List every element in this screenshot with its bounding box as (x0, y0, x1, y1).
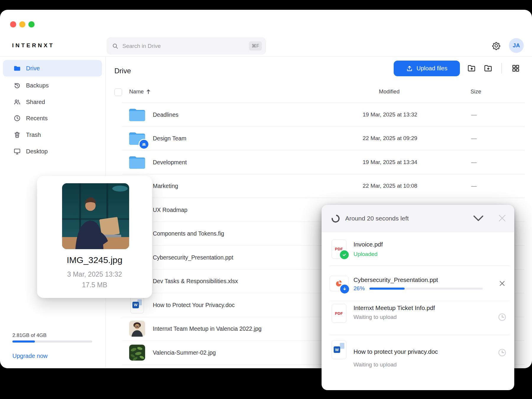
sort-up-icon (146, 89, 151, 94)
column-header-name[interactable]: Name (129, 88, 151, 95)
column-name-label: Name (129, 88, 144, 95)
storage-usage-label: 2.81GB of 4GB (12, 332, 46, 338)
file-size: — (471, 183, 477, 189)
collapse-panel-button[interactable] (473, 215, 484, 222)
file-name: How to Protect Your Privacy.doc (153, 301, 235, 308)
upload-files-button[interactable]: Upload files (394, 61, 460, 76)
column-modified-label: Modified (379, 88, 400, 95)
storage-progressbar (12, 340, 92, 343)
upload-icon (406, 65, 413, 72)
toolbar-separator (501, 63, 502, 74)
upload-progress-panel: Around 20 seconds left PDF Invoice.pdf U… (322, 205, 514, 390)
file-preview-card: IMG_3245.jpg 3 Mar, 2025 13:32 17.5 MB (37, 176, 152, 298)
people-icon (13, 98, 21, 106)
internxt-logo: INTERNXT (12, 42, 54, 49)
download-arrow-icon (339, 284, 350, 294)
sidebar-item-label: Trash (26, 132, 41, 138)
monitor-icon (13, 147, 21, 155)
folder-upload-icon (467, 64, 476, 73)
sidebar-item-drive[interactable]: Drive (3, 60, 102, 77)
sidebar-item-label: Desktop (26, 148, 48, 155)
upgrade-now-link[interactable]: Upgrade now (12, 353, 48, 359)
upload-item-percent: 26% (353, 285, 365, 292)
file-name: Components and Tokens.fig (153, 230, 224, 237)
select-all-checkbox[interactable] (114, 88, 122, 96)
close-icon (497, 213, 507, 223)
pdf-file-icon: PDF (332, 304, 346, 323)
folder-icon (129, 108, 145, 121)
file-name: Internxt Team Meetup in Valencia 2022.jp… (153, 325, 262, 332)
upload-item-name: How to protect your privacy.doc (353, 348, 438, 355)
new-folder-button[interactable] (483, 63, 493, 73)
sidebar-item-recents[interactable]: Recents (3, 110, 102, 126)
photo-thumbnail (129, 345, 145, 361)
grid-view-button[interactable] (511, 63, 521, 73)
user-avatar[interactable]: JA (509, 38, 524, 53)
table-row[interactable]: Design Team 22 Mar, 2025 at 09:29 — (122, 127, 525, 151)
upload-item-status: Uploaded (353, 251, 377, 257)
header-divider (0, 56, 532, 57)
search-input[interactable]: Search in Drive ⌘F (107, 38, 266, 54)
file-modified: 22 Mar, 2025 at 09:29 (363, 135, 417, 142)
sidebar-item-label: Shared (26, 99, 45, 106)
file-size: — (471, 135, 477, 142)
close-panel-button[interactable] (497, 213, 507, 223)
folder-icon (129, 156, 145, 169)
column-size-label: Size (471, 88, 481, 95)
screen: INTERNXT Search in Drive ⌘F JA Dr (0, 0, 532, 399)
upload-files-label: Upload files (416, 65, 447, 72)
word-doc-icon: W (129, 297, 145, 313)
upload-item-name: Invoice.pdf (353, 241, 383, 248)
settings-button[interactable] (492, 41, 501, 50)
waiting-clock-icon (497, 348, 507, 357)
close-icon (498, 280, 506, 287)
grid-view-icon (511, 64, 520, 73)
zoom-window-button[interactable] (28, 21, 35, 27)
panel-divider (330, 265, 510, 266)
upload-item-name: Cybersecurity_Presentation.ppt (353, 276, 438, 283)
folder-icon (13, 64, 21, 72)
file-name: Deadlines (153, 111, 179, 118)
sidebar-item-shared[interactable]: Shared (3, 94, 102, 110)
chevron-down-icon (473, 215, 484, 222)
panel-divider (330, 301, 510, 301)
cancel-upload-button[interactable] (498, 280, 506, 287)
upload-item-name: Internxt Meetup Ticket Info.pdf (353, 304, 435, 312)
sidebar-item-label: Recents (26, 115, 48, 122)
file-name: Dev Tasks & Responsibilities.xlsx (153, 278, 238, 285)
search-placeholder: Search in Drive (122, 43, 249, 49)
file-modified: 19 Mar, 2025 at 13:34 (363, 159, 417, 166)
spinner-icon (330, 213, 341, 224)
sidebar-item-desktop[interactable]: Desktop (3, 143, 102, 160)
file-size: — (471, 159, 477, 166)
file-size: — (471, 111, 477, 118)
column-header-size[interactable]: Size (471, 88, 481, 95)
magnifier-icon (112, 43, 119, 49)
table-row[interactable]: Development 19 Mar, 2025 at 13:34 — (122, 150, 525, 174)
column-header-modified[interactable]: Modified (379, 88, 400, 95)
trash-icon (13, 131, 21, 139)
preview-size: 17.5 MB (37, 281, 152, 289)
sidebar-item-label: Drive (26, 65, 40, 72)
table-row[interactable]: Marketing 22 Mar, 2025 at 10:08 — (122, 174, 525, 198)
upload-item-status: Waiting to upload (353, 314, 397, 320)
waiting-clock-icon (497, 312, 507, 322)
sidebar-item-label: Backups (26, 82, 49, 89)
table-row[interactable]: Deadlines 19 Mar, 2025 at 13:32 — (122, 103, 525, 127)
file-name: Development (153, 159, 187, 166)
storage-progress-fill (12, 340, 35, 343)
upload-folder-button[interactable] (467, 63, 477, 73)
minimize-window-button[interactable] (19, 21, 25, 27)
gear-icon (492, 41, 501, 50)
sidebar-item-trash[interactable]: Trash (3, 126, 102, 143)
history-icon (13, 82, 21, 89)
page-title: Drive (114, 67, 131, 75)
clock-icon (13, 114, 21, 122)
file-name: UX Roadmap (153, 206, 187, 213)
sidebar-item-backups[interactable]: Backups (3, 77, 102, 94)
file-name: Marketing (153, 183, 178, 189)
close-window-button[interactable] (10, 21, 16, 27)
file-name: Design Team (153, 135, 186, 142)
photo-thumbnail (129, 321, 145, 337)
file-modified: 22 Mar, 2025 at 10:08 (363, 183, 417, 189)
